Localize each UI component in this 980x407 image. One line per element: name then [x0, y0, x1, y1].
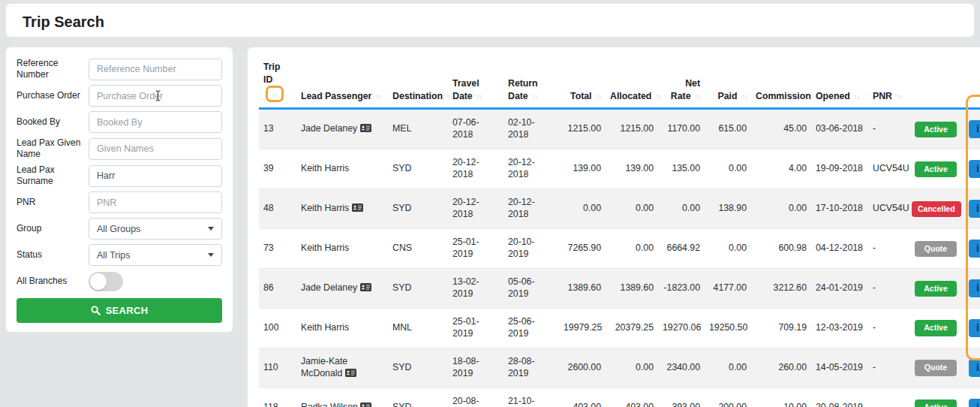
column-header-pnr[interactable]: PNR↑↓ — [868, 56, 907, 109]
status-select[interactable]: All Trips — [89, 244, 222, 266]
group-select[interactable]: All Groups — [89, 218, 222, 240]
sort-icon[interactable]: ↑↓ — [896, 92, 902, 101]
booked-by-input[interactable] — [89, 111, 222, 133]
filter-row-lead-pax-given-name: Lead Pax Given Name — [17, 137, 222, 160]
filter-row-reference-number: Reference Number — [17, 58, 222, 80]
cell-lead_passenger: Radka Wilson — [296, 388, 388, 407]
sort-icon[interactable]: ↑↓ — [476, 92, 482, 101]
table-row: 13Jade Delaney MEL07-06-201802-10-201812… — [259, 109, 980, 149]
sort-icon[interactable]: ↑↓ — [695, 92, 701, 101]
cell-allocated: 403.00 — [606, 388, 658, 407]
cell-net_rate: -1823.00 — [658, 269, 705, 309]
cell-total: 19979.25 — [559, 309, 606, 348]
sort-icon[interactable]: ↑↓ — [375, 92, 381, 101]
cell-paid: 4177.00 — [705, 269, 751, 309]
cell-trip_id: 73 — [259, 229, 296, 269]
cell-opened: 20-08-2019 — [811, 388, 868, 407]
sort-icon[interactable]: ↑↓ — [532, 92, 538, 101]
pnr-input[interactable] — [89, 191, 222, 213]
status-badge: Cancelled — [912, 201, 961, 218]
cell-info: i — [964, 189, 980, 229]
search-button[interactable]: SEARCH — [17, 298, 222, 323]
search-icon — [91, 306, 101, 315]
info-button[interactable]: i — [969, 399, 980, 407]
column-header-lead-passenger[interactable]: Lead Passenger↑↓ — [296, 56, 388, 109]
column-header-return-date[interactable]: Return Date↑↓ — [504, 56, 559, 109]
column-header-opened[interactable]: Opened↑↓ — [811, 56, 868, 109]
cell-trip_id: 13 — [259, 109, 296, 149]
cell-total: 139.00 — [559, 149, 606, 189]
cell-destination: SYD — [388, 348, 448, 388]
info-button[interactable]: i — [969, 160, 980, 178]
cell-trip_id: 39 — [259, 149, 296, 189]
pnr-label: PNR — [17, 197, 89, 208]
cell-return_date: 28-08-2019 — [504, 348, 559, 388]
info-button[interactable]: i — [969, 120, 980, 138]
purchase-order-input[interactable] — [89, 85, 222, 107]
cell-travel_date: 25-01-2019 — [448, 309, 504, 348]
column-header-trip-id[interactable]: Trip ID↑↓ — [259, 56, 296, 109]
cell-opened: 03-06-2018 — [811, 109, 868, 149]
cell-status: Active — [907, 149, 964, 189]
column-header-commission[interactable]: Commission↑↓ — [751, 56, 811, 109]
info-button[interactable]: i — [969, 319, 980, 337]
trips-table: Trip ID↑↓Lead Passenger↑↓Destination↑↓Tr… — [259, 56, 980, 407]
id-card-icon — [349, 203, 362, 213]
cell-trip_id: 48 — [259, 189, 296, 229]
sort-icon[interactable]: ↑↓ — [446, 92, 452, 101]
column-header-travel-date[interactable]: Travel Date↑↓ — [448, 56, 504, 109]
trip-search-filter-panel: Reference NumberPurchase OrderBooked ByL… — [6, 47, 233, 332]
all-branches-toggle[interactable] — [89, 272, 123, 291]
cell-trip_id: 110 — [259, 348, 296, 388]
cell-paid: 200.00 — [705, 388, 751, 407]
info-button[interactable]: i — [969, 359, 980, 377]
column-header-net-rate[interactable]: Net Rate↑↓ — [658, 56, 705, 109]
cell-opened: 24-01-2019 — [811, 269, 868, 309]
purchase-order-label: Purchase Order — [17, 90, 89, 101]
lead-pax-surname-input[interactable] — [89, 165, 222, 187]
cell-allocated: 0.00 — [606, 189, 658, 229]
filter-row-group: GroupAll Groups — [17, 218, 222, 240]
sort-icon[interactable]: ↑↓ — [655, 92, 661, 101]
reference-number-input[interactable] — [89, 59, 222, 80]
column-header-allocated[interactable]: Allocated↑↓ — [606, 56, 658, 109]
chevron-down-icon — [208, 227, 214, 231]
info-button[interactable]: i — [969, 240, 980, 258]
cell-commission: 260.00 — [751, 348, 811, 388]
column-label: Total — [570, 91, 591, 101]
sort-icon[interactable]: ↑↓ — [272, 90, 278, 98]
main-layout: Reference NumberPurchase OrderBooked ByL… — [6, 47, 974, 407]
sort-icon[interactable]: ↑↓ — [854, 92, 860, 101]
table-row: 48Keith Harris SYD20-12-201820-12-20180.… — [259, 189, 980, 229]
status-badge: Active — [915, 399, 957, 407]
cell-status: Quote — [907, 348, 964, 388]
cell-pnr: - — [868, 229, 907, 269]
cell-allocated: 0.00 — [606, 348, 658, 388]
status-badge: Active — [915, 320, 957, 336]
cell-return_date: 21-10-2019 — [504, 388, 559, 407]
cell-net_rate: 0.00 — [658, 189, 705, 229]
info-button[interactable]: i — [969, 279, 980, 297]
cell-info: i — [964, 229, 980, 269]
column-header-destination[interactable]: Destination↑↓ — [388, 56, 448, 109]
table-row: 118Radka Wilson SYD20-08-201921-10-20194… — [259, 388, 980, 407]
table-row: 73Keith HarrisCNS25-01-201920-10-2019726… — [259, 229, 980, 269]
status-badge: Quote — [915, 241, 957, 258]
cell-lead_passenger: Keith Harris — [296, 189, 388, 229]
table-header-row: Trip ID↑↓Lead Passenger↑↓Destination↑↓Tr… — [259, 56, 980, 109]
sort-icon[interactable]: ↑↓ — [596, 92, 602, 101]
table-body: 13Jade Delaney MEL07-06-201802-10-201812… — [259, 109, 980, 407]
info-button[interactable]: i — [969, 200, 980, 218]
id-card-icon — [342, 368, 356, 378]
cell-trip_id: 86 — [259, 269, 296, 309]
cell-travel_date: 07-06-2018 — [448, 109, 504, 149]
cell-pnr: - — [868, 388, 907, 407]
status-badge: Active — [915, 161, 957, 178]
column-header-total[interactable]: Total↑↓ — [559, 56, 606, 109]
sort-icon[interactable]: ↑↓ — [741, 92, 747, 101]
column-header-paid[interactable]: Paid↑↓ — [705, 56, 751, 109]
annotation-trip-id-sort-icon: ↑↓ — [266, 86, 284, 102]
lead-pax-given-name-input[interactable] — [89, 138, 222, 160]
cell-lead_passenger: Keith Harris — [296, 229, 388, 269]
cell-return_date: 25-06-2019 — [504, 309, 559, 348]
